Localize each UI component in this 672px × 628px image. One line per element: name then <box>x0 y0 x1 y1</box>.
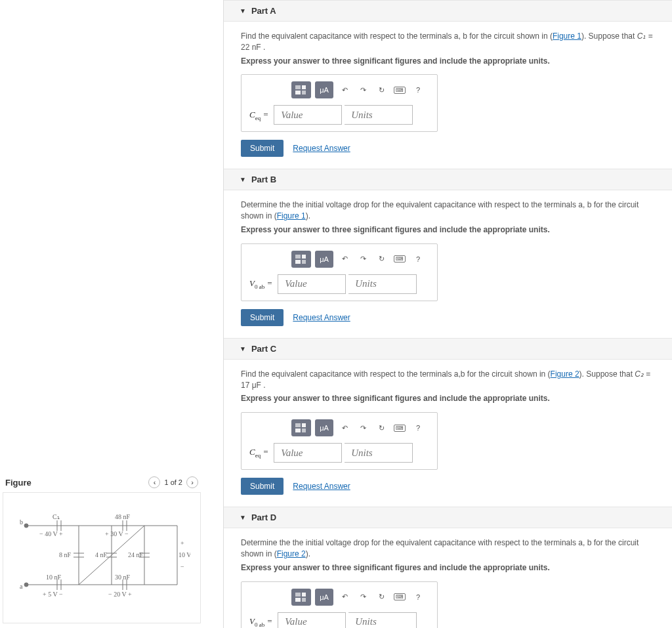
answer-box-b: μA ↶ ↷ ↻ ⌨ ? V0 ab = <box>241 243 438 301</box>
input-row-c: Ceq = <box>249 443 425 463</box>
keyboard-icon[interactable]: ⌨ <box>392 251 407 268</box>
svg-text:a: a <box>20 583 23 590</box>
svg-text:8 nF: 8 nF <box>59 551 72 558</box>
figure-pager-text: 1 of 2 <box>164 478 182 486</box>
template-icon[interactable] <box>291 251 311 268</box>
svg-rect-3 <box>302 91 306 94</box>
submit-button-a[interactable]: Submit <box>241 140 284 157</box>
part-d-express: Express your answer to three significant… <box>241 562 656 574</box>
value-input-d[interactable] <box>278 612 346 628</box>
reset-icon[interactable]: ↻ <box>374 589 388 606</box>
value-input-b[interactable] <box>278 274 346 294</box>
svg-rect-13 <box>302 593 306 597</box>
svg-rect-5 <box>302 255 306 259</box>
part-b-express: Express your answer to three significant… <box>241 224 656 236</box>
svg-point-18 <box>24 524 28 528</box>
figure-title: Figure <box>5 478 32 488</box>
units-input-b[interactable] <box>348 274 417 294</box>
units-input-c[interactable] <box>345 443 413 463</box>
figure-pager: ‹ 1 of 2 › <box>148 476 198 488</box>
redo-icon[interactable]: ↷ <box>356 419 370 436</box>
svg-text:4 nF: 4 nF <box>95 551 108 558</box>
label-d: V0 ab = <box>249 616 275 628</box>
figure-body[interactable]: b a C₁ 48 nF − 40 V + + 30 V − 8 nF 4 nF… <box>3 492 201 623</box>
svg-rect-8 <box>295 423 301 427</box>
svg-text:48 nF: 48 nF <box>115 513 131 520</box>
reset-icon[interactable]: ↻ <box>374 419 388 436</box>
help-icon[interactable]: ? <box>411 251 425 268</box>
figure-2-link-d[interactable]: Figure 2 <box>277 549 306 558</box>
next-figure-button[interactable]: › <box>186 476 198 488</box>
undo-icon[interactable]: ↶ <box>337 589 352 606</box>
redo-icon[interactable]: ↷ <box>356 81 370 98</box>
value-input-c[interactable] <box>274 443 342 463</box>
part-b-body: Determine the the initial voltage drop f… <box>224 190 672 337</box>
submit-row-a: Submit Request Answer <box>241 140 656 157</box>
figure-panel: Figure ‹ 1 of 2 › <box>0 472 203 623</box>
undo-icon[interactable]: ↶ <box>337 419 352 436</box>
toolbar-c: μA ↶ ↷ ↻ ⌨ ? <box>249 419 425 436</box>
undo-icon[interactable]: ↶ <box>337 81 352 98</box>
prev-figure-button[interactable]: ‹ <box>148 476 160 488</box>
figure-1-link-b[interactable]: Figure 1 <box>277 211 306 220</box>
redo-icon[interactable]: ↷ <box>356 251 370 268</box>
svg-text:− 40 V +: − 40 V + <box>39 530 63 537</box>
part-d-header[interactable]: ▼ Part D <box>224 507 672 528</box>
label-b: V0 ab = <box>249 278 275 290</box>
units-button[interactable]: μA <box>315 81 333 98</box>
answer-box-c: μA ↶ ↷ ↻ ⌨ ? Ceq = <box>241 412 438 470</box>
svg-text:− 20 V +: − 20 V + <box>108 591 132 598</box>
part-d: ▼ Part D Determine the the initial volta… <box>224 507 672 628</box>
value-input-a[interactable] <box>274 105 342 125</box>
svg-text:b: b <box>20 518 23 526</box>
figure-2-link[interactable]: Figure 2 <box>551 369 579 379</box>
svg-rect-1 <box>302 85 306 89</box>
undo-icon[interactable]: ↶ <box>337 251 352 268</box>
help-icon[interactable]: ? <box>411 419 425 436</box>
part-a-express: Express your answer to three significant… <box>241 56 656 67</box>
template-icon[interactable] <box>291 589 311 606</box>
redo-icon[interactable]: ↷ <box>356 589 370 606</box>
svg-rect-10 <box>295 429 301 432</box>
submit-button-c[interactable]: Submit <box>241 478 284 495</box>
svg-rect-0 <box>295 85 301 89</box>
request-answer-b[interactable]: Request Answer <box>293 313 350 322</box>
circuit-diagram: b a C₁ 48 nF − 40 V + + 30 V − 8 nF 4 nF… <box>13 506 190 604</box>
svg-text:24 nF: 24 nF <box>128 551 144 558</box>
help-icon[interactable]: ? <box>411 589 425 606</box>
part-b-title: Part B <box>251 175 276 184</box>
template-icon[interactable] <box>291 81 311 98</box>
part-b-header[interactable]: ▼ Part B <box>224 169 672 190</box>
keyboard-icon[interactable]: ⌨ <box>392 589 407 606</box>
help-icon[interactable]: ? <box>411 81 425 98</box>
units-input-a[interactable] <box>345 105 413 125</box>
part-c-title: Part C <box>251 344 276 354</box>
request-answer-a[interactable]: Request Answer <box>293 144 350 153</box>
units-input-d[interactable] <box>348 612 417 628</box>
svg-rect-14 <box>295 598 301 602</box>
reset-icon[interactable]: ↻ <box>374 251 388 268</box>
keyboard-icon[interactable]: ⌨ <box>392 81 407 98</box>
input-row-a: Ceq = <box>249 105 425 125</box>
keyboard-icon[interactable]: ⌨ <box>392 419 407 436</box>
units-button[interactable]: μA <box>315 251 333 268</box>
figure-1-link[interactable]: Figure 1 <box>553 31 581 41</box>
svg-rect-15 <box>302 598 306 602</box>
part-a-header[interactable]: ▼ Part A <box>224 0 672 22</box>
template-icon[interactable] <box>291 419 311 436</box>
part-c-header[interactable]: ▼ Part C <box>224 338 672 360</box>
submit-button-b[interactable]: Submit <box>241 309 284 326</box>
answer-box-a: μA ↶ ↷ ↻ ⌨ ? Ceq = <box>241 74 438 132</box>
units-button[interactable]: μA <box>315 589 333 606</box>
part-c-body: Find the equivalent capacitance with res… <box>224 360 672 507</box>
svg-text:C₁: C₁ <box>52 513 60 520</box>
main-content: ▼ Part A Find the equivalent capacitance… <box>223 0 672 628</box>
units-button[interactable]: μA <box>315 419 333 436</box>
svg-rect-2 <box>295 91 301 94</box>
request-answer-c[interactable]: Request Answer <box>293 482 350 491</box>
svg-text:30 nF: 30 nF <box>115 574 131 581</box>
part-c: ▼ Part C Find the equivalent capacitance… <box>224 338 672 507</box>
svg-text:+: + <box>180 539 184 547</box>
answer-box-d: μA ↶ ↷ ↻ ⌨ ? V0 ab = <box>241 581 438 628</box>
reset-icon[interactable]: ↻ <box>374 81 388 98</box>
